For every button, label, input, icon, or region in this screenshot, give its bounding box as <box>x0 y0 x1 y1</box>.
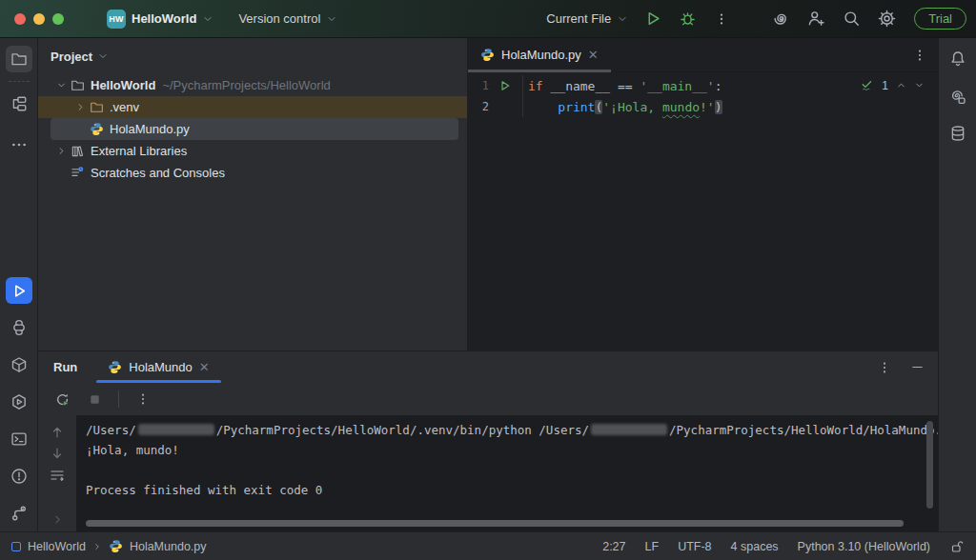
close-window-button[interactable] <box>14 13 26 25</box>
expand-icon[interactable] <box>51 513 64 526</box>
project-widget[interactable]: HW HelloWorld <box>101 5 219 33</box>
editor-gutter: 1 <box>468 75 523 96</box>
run-toolwindow-button[interactable] <box>6 277 32 304</box>
run-toolwindow: Run HolaMundo ✕ <box>38 350 938 531</box>
run-icon <box>645 10 661 27</box>
library-icon <box>71 144 85 158</box>
vcs-toolwindow-button[interactable] <box>6 500 32 527</box>
python-packages-toolwindow-button[interactable] <box>6 351 32 378</box>
line-number: 2 <box>468 100 489 113</box>
inspections-count: 1 <box>882 79 888 92</box>
kebab-icon <box>715 12 728 26</box>
line-number: 1 <box>468 79 489 92</box>
project-toolwindow-button[interactable] <box>6 46 32 72</box>
breadcrumb-file: HolaMundo.py <box>130 540 207 553</box>
run-tab-holamundo[interactable]: HolaMundo ✕ <box>96 351 220 383</box>
more-run-options-button[interactable] <box>706 5 737 33</box>
inspections-widget[interactable]: 1 <box>860 78 925 92</box>
ai-assistant-toolwindow-button[interactable] <box>945 84 971 110</box>
stop-button[interactable] <box>82 387 107 411</box>
redacted-username <box>138 424 214 435</box>
tree-selection: HolaMundo.py <box>51 118 458 140</box>
console-horizontal-scrollbar[interactable] <box>86 520 904 527</box>
kebab-icon <box>913 49 926 62</box>
next-problem-icon[interactable] <box>914 80 925 90</box>
editor: HolaMundo.py ✕ 1if __name__ == '__main__… <box>468 38 938 350</box>
console-vertical-scrollbar[interactable] <box>926 421 933 509</box>
scroll-down-icon[interactable] <box>50 446 65 461</box>
tab-options-button[interactable] <box>913 49 926 62</box>
structure-toolwindow-button[interactable] <box>6 90 32 117</box>
code-text: print('¡Hola, mundo!') <box>523 100 722 114</box>
tree-item-label: HelloWorld <box>91 78 155 92</box>
tree-item-venv[interactable]: .venv <box>38 96 467 118</box>
structure-icon <box>10 95 28 112</box>
project-panel-header[interactable]: Project <box>38 38 467 74</box>
close-tab-icon[interactable]: ✕ <box>199 360 210 374</box>
code-line[interactable]: 2 print('¡Hola, mundo!') <box>468 96 938 117</box>
python-interpreter[interactable]: Python 3.10 (HelloWorld) <box>798 540 930 553</box>
minimize-window-button[interactable] <box>33 13 45 25</box>
indent-style[interactable]: 4 spaces <box>731 540 779 553</box>
run-button[interactable] <box>638 5 668 33</box>
database-toolwindow-button[interactable] <box>945 120 971 147</box>
chevron-down-icon <box>56 80 67 90</box>
run-options-button[interactable] <box>131 387 155 411</box>
prev-problem-icon[interactable] <box>896 80 906 90</box>
editor-tab-holamundo[interactable]: HolaMundo.py ✕ <box>468 38 611 72</box>
run-icon <box>11 283 28 299</box>
minimize-panel-icon[interactable] <box>910 360 925 374</box>
chevron-right-icon <box>92 542 102 551</box>
code-with-me-button[interactable] <box>801 5 831 33</box>
tree-item-holamundo[interactable]: HolaMundo.py <box>38 118 467 140</box>
line-separator[interactable]: LF <box>645 540 660 553</box>
breadcrumb-project: HelloWorld <box>28 540 86 553</box>
problems-icon <box>10 468 28 485</box>
tree-item-external-libraries[interactable]: External Libraries <box>38 140 467 162</box>
more-icon <box>10 136 28 153</box>
gear-icon <box>878 10 896 28</box>
zoom-window-button[interactable] <box>52 13 64 25</box>
soft-wrap-icon[interactable] <box>50 467 65 482</box>
run-tab-title: HolaMundo <box>129 360 193 374</box>
more-toolwindows-button[interactable] <box>6 131 32 158</box>
cursor-position[interactable]: 2:27 <box>602 540 625 553</box>
code-editor[interactable]: 1if __name__ == '__main__':2 print('¡Hol… <box>468 72 938 117</box>
debug-button[interactable] <box>672 5 702 33</box>
status-breadcrumb[interactable]: HelloWorld HolaMundo.py <box>11 539 207 553</box>
ai-assistant-button[interactable] <box>765 5 796 33</box>
file-encoding[interactable]: UTF-8 <box>678 540 711 553</box>
project-tree: HelloWorld ~/PycharmProjects/HelloWorld … <box>38 74 467 184</box>
project-module-icon <box>11 542 21 551</box>
terminal-toolwindow-button[interactable] <box>6 426 32 452</box>
left-toolwindow-rail <box>0 38 38 531</box>
scroll-up-icon[interactable] <box>50 425 65 440</box>
editor-tab-title: HolaMundo.py <box>501 48 581 62</box>
run-panel-header: Run HolaMundo ✕ <box>38 351 938 383</box>
redacted-username <box>591 424 667 435</box>
search-everywhere-button[interactable] <box>836 5 866 33</box>
close-tab-icon[interactable]: ✕ <box>588 48 599 62</box>
trial-badge[interactable]: Trial <box>914 8 966 30</box>
settings-button[interactable] <box>871 5 902 33</box>
services-icon <box>10 393 28 410</box>
unlocked-icon[interactable] <box>949 539 965 554</box>
status-widgets: 2:27 LF UTF-8 4 spaces Python 3.10 (Hell… <box>602 539 965 554</box>
services-toolwindow-button[interactable] <box>6 389 32 415</box>
folder-icon <box>71 78 85 92</box>
pycharm-window: HW HelloWorld Version control Current Fi… <box>0 0 976 560</box>
notifications-button[interactable] <box>945 46 971 72</box>
rerun-button[interactable] <box>50 387 74 411</box>
run-line-icon[interactable] <box>499 80 511 91</box>
problems-toolwindow-button[interactable] <box>6 463 32 490</box>
vcs-widget[interactable]: Version control <box>233 5 343 33</box>
tree-item-scratches[interactable]: Scratches and Consoles <box>38 162 467 184</box>
kebab-icon[interactable] <box>878 361 891 374</box>
python-console-toolwindow-button[interactable] <box>6 314 32 341</box>
tree-item-path: ~/PycharmProjects/HelloWorld <box>162 78 330 92</box>
run-panel-title: Run <box>53 360 77 374</box>
console-output[interactable]: /Users//PycharmProjects/HelloWorld/.venv… <box>76 415 938 531</box>
chevron-down-icon <box>97 50 109 62</box>
run-config-selector[interactable]: Current File <box>540 5 634 33</box>
tree-item-helloworld[interactable]: HelloWorld ~/PycharmProjects/HelloWorld <box>38 74 467 96</box>
